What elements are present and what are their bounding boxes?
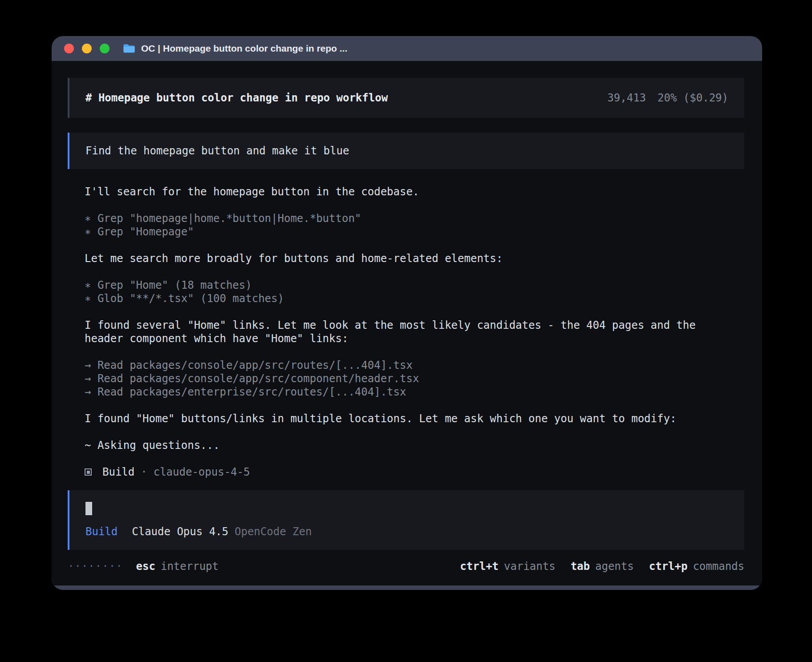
hint-agents: tab agents	[571, 560, 634, 573]
titlebar[interactable]: OC | Homepage button color change in rep…	[52, 36, 762, 61]
spinner-dots: ········	[68, 560, 123, 573]
hint-label: commands	[693, 560, 744, 573]
terminal-content: # Homepage button color change in repo w…	[52, 61, 762, 585]
agent-model: claude-opus-4-5	[154, 465, 250, 479]
agent-icon	[85, 468, 92, 476]
conversation: I'll search for the homepage button in t…	[68, 185, 744, 479]
hint-label: interrupt	[161, 560, 219, 573]
statusbar-right: ctrl+t variants tab agents ctrl+p comman…	[460, 560, 744, 573]
assistant-status: ~ Asking questions...	[85, 439, 727, 452]
folder-icon	[123, 44, 135, 53]
hint-key: ctrl+t	[460, 560, 499, 573]
hint-key: tab	[571, 560, 590, 573]
text-cursor	[85, 502, 92, 515]
session-title: # Homepage button color change in repo w…	[85, 91, 388, 105]
minimize-button[interactable]	[82, 44, 92, 53]
agent-mode: Build	[85, 525, 118, 538]
tool-call-grep: ∗ Grep "Homepage"	[85, 225, 727, 238]
context-usage: 20% ($0.29)	[658, 91, 728, 105]
hint-key: ctrl+p	[649, 560, 688, 573]
tool-call-group: → Read packages/console/app/src/routes/[…	[85, 359, 727, 399]
token-count: 39,413	[607, 91, 646, 105]
assistant-text: I found several "Home" links. Let me loo…	[85, 319, 727, 345]
user-message-text: Find the homepage button and make it blu…	[85, 144, 728, 157]
close-button[interactable]	[64, 44, 74, 53]
statusbar-left: ········ esc interrupt	[68, 560, 219, 573]
session-stats: 39,413 20% ($0.29)	[607, 91, 728, 105]
provider-name: OpenCode Zen	[235, 525, 312, 538]
zoom-button[interactable]	[100, 44, 110, 53]
assistant-text: Let me search more broadly for buttons a…	[85, 252, 727, 265]
hint-commands: ctrl+p commands	[649, 560, 744, 573]
tool-call-group: ∗ Grep "Home" (18 matches) ∗ Glob "**/*.…	[85, 279, 727, 305]
input-status-row: Build Claude Opus 4.5 OpenCode Zen	[85, 525, 728, 538]
agent-separator: ·	[141, 465, 147, 479]
tool-call-group: ∗ Grep "homepage|home.*button|Home.*butt…	[85, 212, 727, 238]
hint-label: agents	[595, 560, 634, 573]
tool-call-glob: ∗ Glob "**/*.tsx" (100 matches)	[85, 292, 727, 305]
terminal-window: OC | Homepage button color change in rep…	[52, 36, 762, 590]
user-message: Find the homepage button and make it blu…	[68, 133, 744, 169]
hint-key: esc	[136, 560, 155, 573]
tool-call-read: → Read packages/enterprise/src/routes/[.…	[85, 385, 727, 399]
agent-status-line: Build · claude-opus-4-5	[85, 465, 727, 479]
assistant-text: I'll search for the homepage button in t…	[85, 185, 727, 198]
tool-call-read: → Read packages/console/app/src/routes/[…	[85, 359, 727, 372]
prompt-input[interactable]: Build Claude Opus 4.5 OpenCode Zen	[68, 490, 744, 550]
tool-call-grep: ∗ Grep "Home" (18 matches)	[85, 279, 727, 292]
hint-label: variants	[504, 560, 556, 573]
traffic-lights	[64, 44, 110, 53]
hint-variants: ctrl+t variants	[460, 560, 555, 573]
tool-call-grep: ∗ Grep "homepage|home.*button|Home.*butt…	[85, 212, 727, 225]
hint-interrupt: esc interrupt	[136, 560, 219, 573]
model-name: Claude Opus 4.5	[132, 525, 228, 538]
window-title: OC | Homepage button color change in rep…	[123, 43, 347, 54]
tool-call-read: → Read packages/console/app/src/componen…	[85, 372, 727, 385]
statusbar: ········ esc interrupt ctrl+t variants t…	[68, 560, 744, 573]
assistant-text: I found "Home" buttons/links in multiple…	[85, 412, 727, 425]
agent-name: Build	[102, 465, 134, 479]
window-title-text: OC | Homepage button color change in rep…	[141, 43, 347, 54]
session-header: # Homepage button color change in repo w…	[68, 78, 744, 118]
